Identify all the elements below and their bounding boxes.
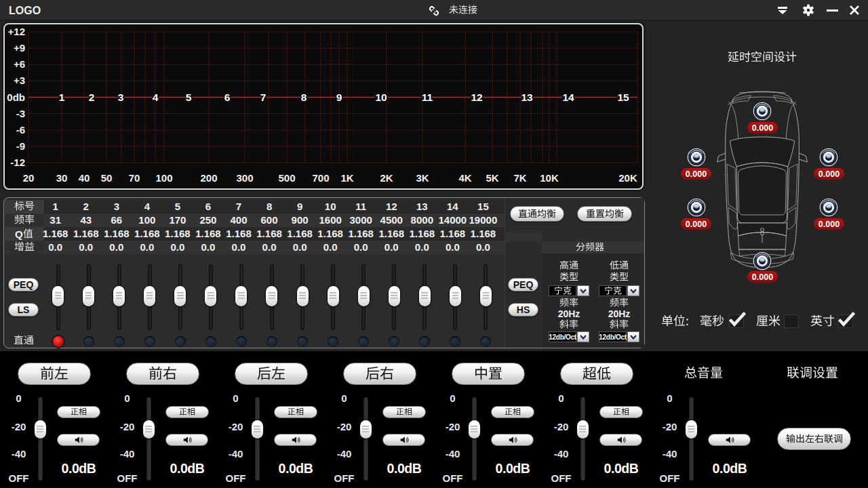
svg-text:30: 30: [56, 172, 68, 184]
svg-text:40: 40: [79, 172, 90, 184]
svg-text:2K: 2K: [380, 172, 393, 184]
svg-text:+9: +9: [14, 42, 25, 54]
svg-text:14: 14: [562, 92, 574, 103]
svg-text:6: 6: [224, 92, 231, 103]
svg-text:12: 12: [471, 92, 482, 103]
svg-text:500: 500: [278, 172, 295, 184]
svg-text:8: 8: [301, 92, 307, 103]
svg-text:-9: -9: [16, 140, 25, 152]
svg-text:11: 11: [422, 92, 433, 103]
svg-text:700: 700: [312, 172, 329, 184]
svg-text:15: 15: [617, 92, 629, 103]
svg-text:4: 4: [153, 92, 159, 103]
svg-text:1K: 1K: [340, 172, 353, 184]
svg-text:3: 3: [118, 92, 124, 103]
svg-text:300: 300: [236, 172, 253, 184]
svg-text:0db: 0db: [7, 92, 25, 103]
svg-text:9: 9: [336, 92, 342, 103]
svg-text:10K: 10K: [540, 172, 559, 184]
svg-text:50: 50: [101, 172, 113, 184]
svg-text:1: 1: [59, 92, 65, 103]
svg-text:20K: 20K: [618, 172, 637, 184]
svg-text:-12: -12: [10, 157, 25, 168]
svg-text:10: 10: [375, 92, 387, 103]
svg-text:100: 100: [155, 172, 172, 184]
svg-text:70: 70: [129, 172, 140, 184]
svg-text:4K: 4K: [458, 172, 471, 184]
svg-text:+12: +12: [8, 26, 25, 37]
svg-text:7: 7: [260, 92, 267, 103]
svg-text:200: 200: [200, 172, 217, 184]
svg-text:5K: 5K: [486, 172, 498, 184]
svg-text:+3: +3: [14, 75, 25, 86]
svg-text:7K: 7K: [513, 172, 526, 184]
svg-text:3K: 3K: [416, 172, 429, 184]
svg-text:20: 20: [23, 172, 35, 184]
svg-text:+6: +6: [14, 58, 25, 70]
svg-text:13: 13: [521, 92, 533, 103]
svg-text:-3: -3: [16, 108, 25, 119]
svg-text:5: 5: [186, 92, 192, 103]
svg-text:-6: -6: [16, 124, 25, 136]
svg-text:2: 2: [89, 92, 95, 103]
